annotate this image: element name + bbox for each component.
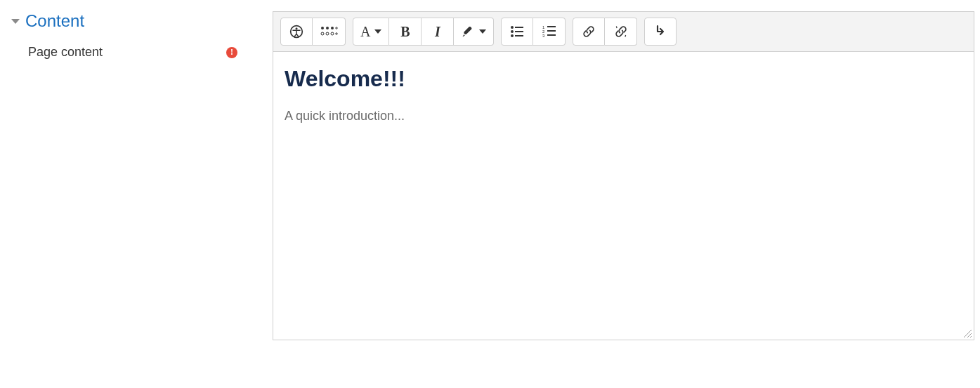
linebreak-icon xyxy=(655,25,666,39)
editor-pane: A B I xyxy=(273,11,974,340)
svg-point-7 xyxy=(331,32,334,35)
chevron-down-icon xyxy=(479,29,486,34)
text-color-button[interactable] xyxy=(454,18,494,46)
svg-point-4 xyxy=(326,27,329,29)
section-toggle[interactable]: Content xyxy=(6,11,264,31)
font-size-button[interactable]: A xyxy=(353,18,389,46)
svg-point-2 xyxy=(321,27,324,29)
unlink-icon xyxy=(614,25,628,39)
bold-button[interactable]: B xyxy=(389,18,422,46)
required-badge-icon: ! xyxy=(226,47,237,58)
editor-content[interactable]: Welcome!!! A quick introduction... xyxy=(273,52,974,340)
italic-icon: I xyxy=(435,24,440,40)
svg-rect-11 xyxy=(515,27,523,28)
svg-rect-15 xyxy=(515,35,523,36)
svg-point-10 xyxy=(511,26,514,29)
svg-point-8 xyxy=(336,27,337,29)
braille-icon xyxy=(320,25,338,38)
content-heading[interactable]: Welcome!!! xyxy=(285,66,962,92)
caret-down-icon xyxy=(11,19,20,24)
left-pane: Content Page content ! xyxy=(6,11,273,340)
editor-toolbar: A B I xyxy=(273,12,974,52)
section-title: Content xyxy=(25,11,84,31)
svg-line-22 xyxy=(616,27,617,29)
content-section: Content Page content ! xyxy=(6,11,974,340)
bold-icon: B xyxy=(400,24,410,40)
field-label: Page content xyxy=(28,45,103,60)
svg-line-23 xyxy=(625,35,626,37)
svg-point-12 xyxy=(511,30,514,33)
svg-point-3 xyxy=(321,32,324,35)
numbered-list-icon: 1 2 3 xyxy=(542,25,556,38)
svg-line-24 xyxy=(964,330,972,337)
content-paragraph[interactable]: A quick introduction... xyxy=(285,109,962,123)
svg-line-26 xyxy=(970,336,972,337)
svg-point-5 xyxy=(326,32,329,35)
accessibility-button[interactable] xyxy=(280,18,313,46)
brush-icon xyxy=(461,25,475,39)
svg-text:3: 3 xyxy=(542,34,545,38)
unlink-button[interactable] xyxy=(605,18,637,46)
braille-button[interactable] xyxy=(313,18,346,46)
resize-handle[interactable] xyxy=(962,328,972,338)
numbered-list-button[interactable]: 1 2 3 xyxy=(533,18,566,46)
accessibility-icon xyxy=(289,25,303,39)
chevron-down-icon xyxy=(374,29,381,34)
svg-point-14 xyxy=(511,34,514,37)
bullet-list-button[interactable] xyxy=(501,18,533,46)
svg-point-9 xyxy=(336,33,337,34)
linebreak-button[interactable] xyxy=(644,18,677,46)
font-size-icon: A xyxy=(360,24,370,40)
svg-point-6 xyxy=(331,27,334,29)
svg-point-1 xyxy=(296,27,298,29)
svg-rect-21 xyxy=(547,34,556,36)
svg-rect-19 xyxy=(547,30,556,32)
bullet-list-icon xyxy=(510,25,524,38)
svg-rect-17 xyxy=(547,26,556,27)
italic-button[interactable]: I xyxy=(422,18,454,46)
field-row: Page content ! xyxy=(6,45,264,60)
link-icon xyxy=(582,25,596,39)
rich-text-editor: A B I xyxy=(273,11,974,340)
svg-rect-13 xyxy=(515,31,523,32)
link-button[interactable] xyxy=(573,18,605,46)
